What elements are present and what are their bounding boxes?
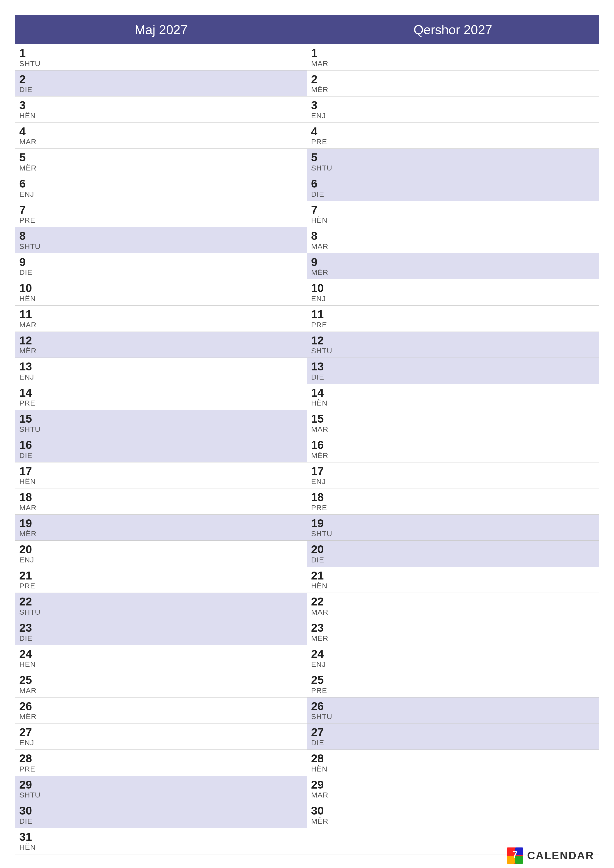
- right-day-cell: 6DIE: [307, 175, 599, 201]
- day-name: SHTU: [19, 791, 303, 799]
- footer: 7 CALENDAR: [506, 847, 594, 864]
- page: Maj 2027 Qershor 2027 1SHTU1MAR2DIE2MËR3…: [0, 0, 614, 868]
- day-number: 12: [311, 334, 595, 347]
- day-name: ENJ: [311, 294, 595, 303]
- day-name: DIE: [19, 817, 303, 825]
- day-number: 14: [19, 386, 303, 399]
- day-number: 21: [19, 569, 303, 582]
- day-number: 21: [311, 569, 595, 582]
- day-name: MËR: [311, 451, 595, 460]
- calendar-row: 3HËN3ENJ: [15, 96, 599, 123]
- day-name: HËN: [19, 660, 303, 668]
- right-day-cell: 18PRE: [307, 488, 599, 515]
- day-name: ENJ: [311, 660, 595, 668]
- day-number: 31: [19, 831, 303, 843]
- day-name: DIE: [19, 634, 303, 643]
- right-day-cell: 21HËN: [307, 567, 599, 593]
- left-day-cell: 2DIE: [15, 70, 307, 96]
- right-day-cell: 25PRE: [307, 671, 599, 698]
- right-day-cell: 10ENJ: [307, 279, 599, 305]
- right-month-header: Qershor 2027: [307, 15, 599, 44]
- day-name: MËR: [19, 347, 303, 355]
- right-day-cell: 23MËR: [307, 619, 599, 645]
- calendar-table: Maj 2027 Qershor 2027 1SHTU1MAR2DIE2MËR3…: [15, 15, 599, 854]
- day-name: PRE: [311, 687, 595, 695]
- day-number: 20: [19, 543, 303, 556]
- right-day-cell: 2MËR: [307, 70, 599, 96]
- calendar-row: 15SHTU15MAR: [15, 410, 599, 436]
- day-number: 12: [19, 334, 303, 347]
- day-number: 1: [311, 47, 595, 59]
- day-name: PRE: [311, 138, 595, 146]
- day-name: HËN: [19, 477, 303, 486]
- day-number: 15: [19, 412, 303, 425]
- right-day-cell: 26SHTU: [307, 697, 599, 724]
- right-day-cell: 9MËR: [307, 253, 599, 279]
- day-name: MAR: [19, 504, 303, 512]
- day-number: 8: [19, 229, 303, 242]
- left-day-cell: 9DIE: [15, 253, 307, 279]
- right-day-cell: 7HËN: [307, 201, 599, 227]
- day-number: 23: [19, 622, 303, 634]
- day-name: SHTU: [19, 608, 303, 616]
- right-day-cell: 28HËN: [307, 750, 599, 776]
- left-day-cell: 3HËN: [15, 96, 307, 123]
- day-number: 18: [311, 491, 595, 504]
- day-name: MAR: [311, 608, 595, 616]
- right-day-cell: 24ENJ: [307, 645, 599, 671]
- day-name: ENJ: [19, 373, 303, 381]
- left-day-cell: 22SHTU: [15, 593, 307, 619]
- calendar-row: 12MËR12SHTU: [15, 332, 599, 358]
- calendar-row: 16DIE16MËR: [15, 436, 599, 462]
- day-name: HËN: [19, 294, 303, 303]
- calendar-row: 26MËR26SHTU: [15, 697, 599, 724]
- right-day-cell: 8MAR: [307, 227, 599, 253]
- day-number: 1: [19, 47, 303, 59]
- calendar-row: 14PRE14HËN: [15, 384, 599, 410]
- calendar-row: 11MAR11PRE: [15, 305, 599, 332]
- day-number: 7: [19, 204, 303, 216]
- brand-label: CALENDAR: [527, 849, 594, 862]
- day-name: DIE: [311, 739, 595, 747]
- left-day-cell: 11MAR: [15, 305, 307, 332]
- day-name: MAR: [19, 321, 303, 329]
- day-name: MAR: [311, 425, 595, 434]
- day-number: 6: [19, 177, 303, 190]
- right-day-cell: 30MËR: [307, 802, 599, 828]
- day-number: 29: [19, 778, 303, 791]
- day-number: 5: [311, 151, 595, 164]
- day-name: ENJ: [19, 190, 303, 198]
- calendar-row: 19MËR19SHTU: [15, 515, 599, 541]
- day-name: MAR: [311, 242, 595, 251]
- left-day-cell: 28PRE: [15, 750, 307, 776]
- day-number: 26: [311, 700, 595, 713]
- calendar-row: 7PRE7HËN: [15, 201, 599, 227]
- day-number: 9: [19, 256, 303, 268]
- left-day-cell: 25MAR: [15, 671, 307, 698]
- day-number: 30: [19, 804, 303, 817]
- day-number: 13: [19, 360, 303, 373]
- day-number: 19: [19, 517, 303, 530]
- day-name: ENJ: [19, 739, 303, 747]
- day-name: DIE: [19, 451, 303, 460]
- right-day-cell: 15MAR: [307, 410, 599, 436]
- calendar-row: 24HËN24ENJ: [15, 645, 599, 671]
- calendar-row: 13ENJ13DIE: [15, 358, 599, 384]
- day-number: 23: [311, 622, 595, 634]
- calendar-row: 1SHTU1MAR: [15, 44, 599, 71]
- day-number: 24: [19, 648, 303, 660]
- day-number: 16: [311, 439, 595, 451]
- left-day-cell: 16DIE: [15, 436, 307, 462]
- day-name: PRE: [19, 399, 303, 407]
- day-number: 13: [311, 360, 595, 373]
- day-name: ENJ: [311, 477, 595, 486]
- day-name: SHTU: [311, 164, 595, 172]
- day-name: HËN: [311, 582, 595, 590]
- calendar-row: 22SHTU22MAR: [15, 593, 599, 619]
- day-name: SHTU: [19, 242, 303, 251]
- day-number: 6: [311, 177, 595, 190]
- right-day-cell: 11PRE: [307, 305, 599, 332]
- left-day-cell: 26MËR: [15, 697, 307, 724]
- left-day-cell: 19MËR: [15, 515, 307, 541]
- right-day-cell: 12SHTU: [307, 332, 599, 358]
